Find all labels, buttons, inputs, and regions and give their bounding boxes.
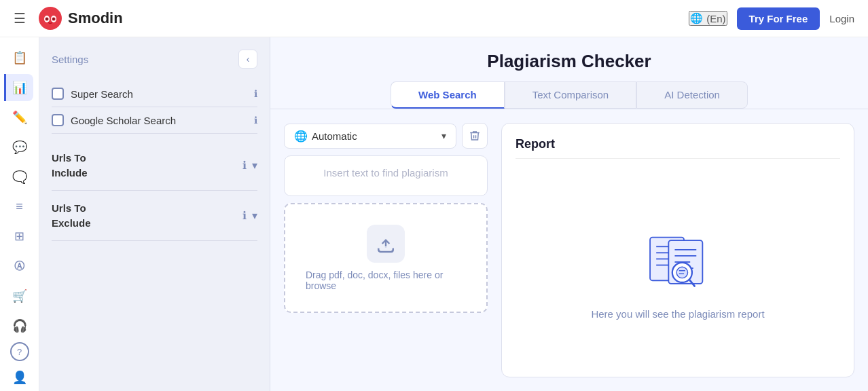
language-bar: 🌐 Automatic ▾ — [284, 123, 488, 149]
sidebar-item-support[interactable]: 🎧 — [6, 312, 33, 339]
sidebar-item-cart[interactable]: 🛒 — [6, 282, 33, 310]
urls-to-exclude-label: Urls To Exclude — [52, 202, 91, 229]
google-scholar-info-icon[interactable]: ℹ — [254, 115, 257, 126]
logo-icon — [38, 6, 62, 31]
language-button[interactable]: 🌐 (En) — [689, 11, 727, 26]
logo: Smodin — [38, 6, 123, 31]
page-title: Plagiarism Checker — [270, 51, 868, 72]
app-name: Smodin — [68, 10, 123, 27]
file-drop-zone[interactable]: Drag pdf, doc, docx, files here or brows… — [284, 203, 488, 313]
sidebar-item-user[interactable]: 👤 — [6, 364, 33, 391]
tab-ai-detection[interactable]: AI Detection — [636, 81, 748, 109]
super-search-label: Super Search — [71, 88, 247, 100]
sidebar-item-ai[interactable]: Ⓐ — [6, 253, 33, 280]
sidebar-item-plagiarism[interactable]: 📊 — [4, 74, 33, 101]
urls-section: Urls To Include ℹ ▾ Urls To Exclude ℹ ▾ — [52, 141, 257, 241]
sidebar-item-pen[interactable]: ✏️ — [6, 104, 33, 131]
hamburger-icon[interactable]: ☰ — [14, 10, 26, 26]
collapse-button[interactable]: ‹ — [238, 50, 257, 69]
sidebar-icons: 📋 📊 ✏️ 💬 🗨️ ≡ ⊞ Ⓐ 🛒 🎧 ? 👤 — [0, 37, 39, 391]
language-selected: Automatic — [312, 130, 437, 142]
sidebar-item-document[interactable]: 📋 — [6, 44, 33, 71]
urls-to-include-label: Urls To Include — [52, 151, 88, 179]
urls-include-chevron-icon: ▾ — [252, 159, 257, 172]
urls-to-exclude-row[interactable]: Urls To Exclude ℹ ▾ — [52, 191, 257, 241]
report-placeholder: Here you will see the plagiarism report — [591, 164, 764, 363]
text-input-area[interactable]: Insert text to find plagiarism — [284, 155, 488, 196]
upload-icon-wrapper — [367, 225, 405, 263]
page-header: Plagiarism Checker Web Search Text Compa… — [270, 37, 868, 109]
sidebar-item-chat[interactable]: 💬 — [6, 134, 33, 161]
trash-icon — [469, 130, 481, 142]
navbar-right: 🌐 (En) Try For Free Login — [689, 7, 854, 30]
language-selector[interactable]: 🌐 Automatic ▾ — [284, 124, 456, 149]
urls-exclude-info-icon[interactable]: ℹ — [242, 209, 247, 222]
google-scholar-row: Google Scholar Search ℹ — [52, 107, 257, 134]
navbar-left: ☰ Smodin — [14, 6, 123, 31]
urls-exclude-chevron-icon: ▾ — [252, 209, 257, 222]
sidebar-item-grid[interactable]: ⊞ — [6, 223, 33, 250]
sidebar-item-list[interactable]: ≡ — [6, 193, 33, 221]
sidebar-item-help[interactable]: ? — [10, 342, 29, 361]
tab-web-search[interactable]: Web Search — [391, 81, 505, 109]
navbar: ☰ Smodin 🌐 (En) Try For Free Login — [0, 0, 868, 37]
editor-area: 🌐 Automatic ▾ Insert text to find plagia… — [284, 123, 488, 377]
main-layout: 📋 📊 ✏️ 💬 🗨️ ≡ ⊞ Ⓐ 🛒 🎧 ? 👤 Settings ‹ Sup… — [0, 37, 868, 391]
text-placeholder: Insert text to find plagiarism — [323, 167, 448, 179]
delete-button[interactable] — [462, 123, 488, 149]
svg-point-0 — [39, 7, 62, 30]
super-search-checkbox[interactable] — [52, 88, 64, 100]
svg-point-20 — [676, 267, 687, 278]
svg-rect-8 — [378, 246, 394, 247]
svg-point-5 — [46, 18, 48, 20]
report-placeholder-text: Here you will see the plagiarism report — [591, 308, 764, 320]
report-illustration — [644, 228, 712, 299]
svg-point-6 — [53, 18, 54, 20]
report-area: Report — [501, 123, 854, 377]
translate-icon: 🌐 — [690, 12, 703, 24]
tab-text-comparison[interactable]: Text Comparison — [505, 81, 637, 109]
super-search-row: Super Search ℹ — [52, 81, 257, 107]
google-scholar-checkbox[interactable] — [52, 114, 64, 126]
tabs-bar: Web Search Text Comparison AI Detection — [270, 81, 868, 109]
settings-title: Settings — [52, 54, 88, 65]
drop-text: Drag pdf, doc, docx, files here or brows… — [306, 269, 466, 291]
upload-icon — [375, 233, 397, 255]
login-button[interactable]: Login — [829, 13, 854, 24]
settings-panel: Settings ‹ Super Search ℹ Google Scholar… — [39, 37, 270, 391]
super-search-info-icon[interactable]: ℹ — [254, 88, 257, 99]
language-chevron-icon: ▾ — [441, 130, 446, 141]
urls-include-info-icon[interactable]: ℹ — [242, 159, 247, 172]
report-title: Report — [516, 137, 840, 159]
google-scholar-label: Google Scholar Search — [71, 115, 247, 126]
settings-header: Settings ‹ — [52, 50, 257, 69]
urls-to-include-row[interactable]: Urls To Include ℹ ▾ — [52, 141, 257, 191]
sidebar-item-comments[interactable]: 🗨️ — [6, 164, 33, 191]
translate-icon: 🌐 — [294, 130, 308, 143]
main-content: Plagiarism Checker Web Search Text Compa… — [270, 37, 868, 391]
content-area: 🌐 Automatic ▾ Insert text to find plagia… — [270, 109, 868, 391]
try-for-free-button[interactable]: Try For Free — [737, 7, 820, 30]
lang-label: (En) — [706, 13, 725, 24]
